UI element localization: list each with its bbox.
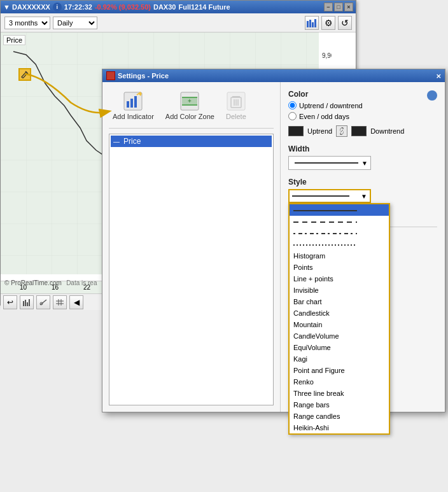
style-option-dashed2[interactable] — [290, 227, 389, 239]
uptrend-label: Uptrend / downtrend — [299, 102, 363, 109]
style-option-line-points[interactable]: Line + points — [290, 273, 389, 285]
style-section-title: Style — [288, 178, 437, 186]
style-option-points[interactable]: Points — [290, 262, 389, 273]
style-option-histogram[interactable]: Histogram — [290, 250, 389, 262]
style-option-range-candles[interactable]: Range candles — [290, 411, 389, 422]
svg-rect-0 — [307, 21, 309, 27]
color-info-icon[interactable] — [427, 90, 437, 101]
panel-label: Price — [3, 35, 25, 45]
add-color-zone-icon: + — [179, 91, 200, 111]
uptrend-swatch[interactable] — [288, 126, 304, 136]
svg-rect-1 — [309, 20, 311, 27]
style-dropdown-arrow: ▼ — [361, 193, 367, 200]
delete-label: Delete — [226, 113, 246, 120]
settings-toolbar: Add Indicator + Add Color Zone — [109, 88, 274, 129]
settings-right-panel: Color Uptrend / downtrend Even / odd day… — [281, 82, 445, 412]
width-section: Width ▼ — [288, 144, 437, 170]
width-dropdown-arrow: ▼ — [361, 160, 368, 167]
chart-title: ▼ DAXXXXXX — [3, 3, 50, 11]
settings-icon-btn[interactable]: ⚙ — [321, 16, 335, 30]
color-swatches-row: Uptrend Downtrend — [288, 125, 437, 137]
even-odd-radio[interactable] — [288, 112, 297, 120]
style-option-point-figure[interactable]: Point and Figure — [290, 365, 389, 376]
style-option-solid[interactable] — [290, 204, 389, 216]
svg-text:+: + — [188, 97, 192, 104]
svg-rect-2 — [312, 22, 314, 27]
chart-type: Full1214 Future — [178, 3, 230, 11]
svg-rect-25 — [134, 96, 137, 108]
style-dropdown-open: Histogram Points Line + points Invisible… — [288, 203, 390, 435]
style-dropdown[interactable]: ▼ — [288, 189, 371, 203]
minimize-button[interactable]: − — [324, 3, 333, 11]
color-section-title: Color — [288, 90, 308, 99]
settings-close-button[interactable]: × — [436, 71, 441, 81]
add-color-zone-button[interactable]: + Add Color Zone — [162, 88, 218, 123]
link-colors-icon[interactable] — [336, 125, 347, 137]
style-section: Style ▼ — [288, 178, 437, 203]
info-icon[interactable]: i — [53, 3, 62, 11]
add-indicator-button[interactable]: Add Indicator — [109, 88, 158, 123]
chart-titlebar: ▼ DAXXXXXX i 17:22:32 -0.92% (9,032.50) … — [1, 1, 356, 13]
color-section: Color Uptrend / downtrend Even / odd day… — [288, 90, 437, 137]
list-item-label: Price — [123, 137, 141, 146]
add-indicator-icon — [123, 91, 143, 111]
style-preview — [292, 195, 349, 197]
style-option-dotted[interactable] — [290, 239, 389, 250]
indicator-icon[interactable] — [20, 295, 34, 309]
maximize-button[interactable]: □ — [334, 3, 343, 11]
svg-rect-14 — [27, 302, 28, 306]
style-option-bar-chart[interactable]: Bar chart — [290, 296, 389, 307]
style-option-kagi[interactable]: Kagi — [290, 353, 389, 365]
style-option-three-line[interactable]: Three line break — [290, 388, 389, 399]
uptrend-radio[interactable] — [288, 101, 297, 109]
chart-instrument: DAX30 — [153, 3, 176, 11]
downtrend-swatch-label: Downtrend — [370, 127, 404, 135]
style-option-candlevolume[interactable]: CandleVolume — [290, 330, 389, 342]
add-indicator-label: Add Indicator — [113, 113, 154, 120]
uptrend-option[interactable]: Uptrend / downtrend — [288, 101, 437, 109]
add-color-zone-label: Add Color Zone — [165, 113, 214, 120]
downtrend-swatch[interactable] — [351, 126, 367, 136]
style-option-invisible[interactable]: Invisible — [290, 285, 389, 296]
even-odd-label: Even / odd days — [299, 113, 349, 120]
settings-title-icon — [106, 71, 115, 80]
svg-text:9,900: 9,900 — [322, 52, 332, 59]
color-options: Uptrend / downtrend Even / odd days — [288, 101, 437, 120]
interval-select[interactable]: Daily Weekly — [53, 17, 97, 29]
style-option-equivolume[interactable]: EquiVolume — [290, 342, 389, 353]
style-option-renko[interactable]: Renko — [290, 376, 389, 388]
svg-rect-12 — [23, 301, 24, 306]
settings-title: Settings - Price — [118, 72, 169, 80]
settings-dialog: Settings - Price × Add Indicator — [102, 69, 445, 412]
delete-button[interactable]: Delete — [222, 88, 250, 123]
width-dropdown[interactable]: ▼ — [288, 156, 371, 170]
svg-rect-13 — [25, 300, 26, 306]
style-option-range-bars[interactable]: Range bars — [290, 399, 389, 411]
style-option-dashed1[interactable] — [290, 216, 389, 227]
list-item-price[interactable]: — Price — [111, 136, 272, 147]
chart-toolbar: 3 months 6 months 1 year Daily Weekly ⚙ … — [1, 13, 356, 32]
refresh-icon[interactable]: ↺ — [338, 16, 352, 30]
style-option-heikin-ashi[interactable]: Heikin-Ashi — [290, 422, 389, 433]
chart-icon-btn[interactable] — [305, 16, 319, 30]
uptrend-swatch-label: Uptrend — [307, 127, 332, 135]
close-button[interactable]: × — [344, 3, 353, 11]
style-option-mountain[interactable]: Mountain — [290, 319, 389, 330]
svg-rect-3 — [314, 19, 316, 27]
grid-icon[interactable] — [53, 295, 67, 309]
svg-rect-24 — [130, 99, 133, 108]
settings-body: Add Indicator + Add Color Zone — [102, 82, 445, 412]
zoom-in-icon[interactable]: ↩ — [3, 295, 17, 309]
chart-time: 17:22:32 — [64, 3, 92, 11]
chart-type-icon[interactable] — [36, 295, 50, 309]
pencil-icon[interactable] — [18, 68, 31, 81]
delete-icon — [226, 91, 246, 111]
settings-titlebar: Settings - Price × — [102, 69, 445, 82]
window-controls: − □ × — [324, 3, 353, 11]
svg-rect-15 — [29, 299, 30, 306]
even-odd-option[interactable]: Even / odd days — [288, 112, 437, 120]
svg-line-39 — [340, 130, 343, 132]
period-select[interactable]: 3 months 6 months 1 year — [4, 17, 50, 29]
style-option-candlestick[interactable]: Candlestick — [290, 307, 389, 319]
scroll-left-icon[interactable]: ◀ — [69, 295, 83, 309]
